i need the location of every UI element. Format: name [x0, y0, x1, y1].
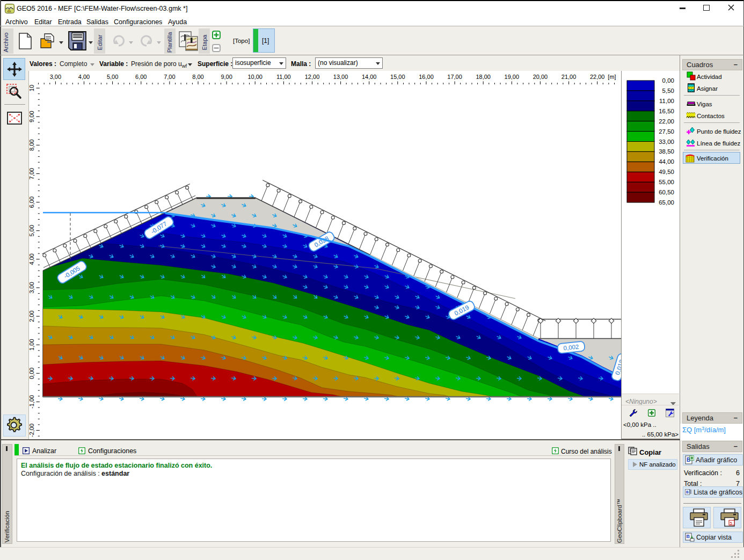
- svg-text:22,00: 22,00: [590, 74, 605, 80]
- svg-text:5,50: 5,50: [662, 88, 674, 94]
- svg-text:49,50: 49,50: [659, 169, 674, 175]
- svg-text:11,00: 11,00: [659, 98, 674, 104]
- svg-text:B: B: [686, 490, 689, 494]
- svg-text:B: B: [687, 534, 690, 539]
- svg-text:20,00: 20,00: [533, 74, 548, 80]
- svg-text:16,00: 16,00: [419, 74, 434, 80]
- svg-text:27,50: 27,50: [659, 128, 674, 135]
- svg-text:38,50: 38,50: [659, 148, 674, 155]
- svg-text:8,00: 8,00: [192, 74, 203, 80]
- svg-text:21,00: 21,00: [561, 74, 577, 80]
- svg-text:7,00: 7,00: [164, 74, 175, 80]
- svg-text:0,00: 0,00: [28, 368, 35, 379]
- svg-text:33,00: 33,00: [659, 139, 674, 145]
- svg-text:1,00: 1,00: [28, 339, 35, 350]
- svg-text:15,00: 15,00: [390, 74, 405, 80]
- svg-text:13,00: 13,00: [333, 74, 348, 80]
- svg-text:17,00: 17,00: [447, 74, 462, 80]
- svg-text:6,00: 6,00: [135, 74, 147, 80]
- svg-text:10,00: 10,00: [247, 74, 262, 80]
- svg-text:-2,00: -2,00: [28, 424, 35, 437]
- svg-text:4,00: 4,00: [78, 74, 90, 80]
- svg-text:22,00: 22,00: [659, 118, 674, 125]
- svg-text:65,00: 65,00: [659, 199, 674, 206]
- svg-text:2,00: 2,00: [28, 310, 35, 322]
- svg-text:19,00: 19,00: [505, 74, 520, 80]
- svg-text:5: 5: [730, 521, 733, 526]
- svg-text:8,00: 8,00: [28, 140, 35, 151]
- svg-text:44,00: 44,00: [659, 158, 674, 165]
- svg-text:5,00: 5,00: [107, 74, 118, 80]
- svg-text:9,00: 9,00: [28, 111, 35, 122]
- svg-text:55,00: 55,00: [659, 179, 674, 185]
- svg-text:[m]: [m]: [608, 74, 616, 80]
- svg-text:0,00: 0,00: [662, 77, 674, 84]
- svg-text:5,00: 5,00: [28, 225, 35, 236]
- svg-text:7,00: 7,00: [28, 168, 35, 179]
- svg-text:9,00: 9,00: [221, 74, 232, 80]
- svg-text:60,50: 60,50: [659, 189, 674, 195]
- svg-text:14,00: 14,00: [362, 74, 377, 80]
- svg-text:3,00: 3,00: [28, 282, 35, 293]
- svg-text:4,00: 4,00: [28, 253, 35, 265]
- svg-text:16,50: 16,50: [659, 108, 674, 114]
- svg-text:18,00: 18,00: [476, 74, 491, 80]
- svg-text:11,00: 11,00: [276, 74, 291, 80]
- svg-text:10: 10: [28, 85, 35, 91]
- svg-text:12,00: 12,00: [305, 74, 320, 80]
- svg-text:3,00: 3,00: [50, 74, 61, 80]
- svg-text:6,00: 6,00: [28, 197, 35, 208]
- svg-text:-1,00: -1,00: [28, 395, 35, 409]
